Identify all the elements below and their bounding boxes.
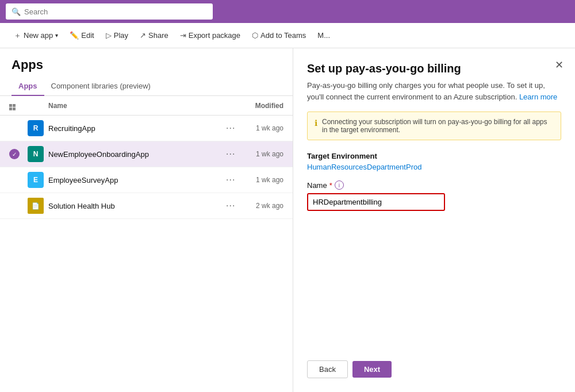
back-button[interactable]: Back <box>307 360 348 378</box>
tab-apps[interactable]: Apps <box>12 77 44 96</box>
tabs-bar: Apps Component libraries (preview) <box>0 77 293 96</box>
app-menu-button[interactable]: ··· <box>223 122 239 134</box>
name-input-label: Name * i <box>307 180 561 190</box>
teams-icon: ⬡ <box>252 31 258 40</box>
page-title: Apps <box>0 48 293 77</box>
name-field-group: Name * i <box>307 180 561 211</box>
target-env-value: HumanResourcesDepartmentProd <box>307 163 561 171</box>
panel-title: Set up pay-as-you-go billing <box>307 62 561 75</box>
app-modified-survey: 1 wk ago <box>243 176 283 184</box>
app-menu-button[interactable]: ··· <box>223 148 239 160</box>
app-name-survey: EmployeeSurveyApp <box>48 176 223 185</box>
learn-more-link[interactable]: Learn more <box>519 93 557 101</box>
target-env-label: Target Environment <box>307 152 561 160</box>
new-app-button[interactable]: ＋ New app ▾ <box>9 28 63 43</box>
panel-description: Pay-as-you-go billing only charges you f… <box>307 80 561 102</box>
selected-check-icon: ✓ <box>9 149 20 159</box>
search-icon: 🔍 <box>12 7 21 16</box>
chevron-down-icon: ▾ <box>55 32 58 39</box>
search-input[interactable] <box>24 7 207 16</box>
search-box[interactable]: 🔍 <box>6 3 213 20</box>
info-icon[interactable]: i <box>335 180 344 190</box>
tab-component-libraries[interactable]: Component libraries (preview) <box>44 77 158 96</box>
warning-icon: ℹ <box>315 118 317 128</box>
add-to-teams-button[interactable]: ⬡ Add to Teams <box>247 29 310 42</box>
edit-icon: ✏️ <box>70 31 79 40</box>
table-row[interactable]: ✓ N NewEmployeeOnboardingApp ··· 1 wk ag… <box>0 141 293 167</box>
app-menu-button[interactable]: ··· <box>223 199 239 212</box>
close-button[interactable]: ✕ <box>555 60 564 70</box>
app-menu-button[interactable]: ··· <box>223 174 239 186</box>
name-input[interactable] <box>307 193 445 211</box>
play-button[interactable]: ▷ Play <box>101 29 133 42</box>
table-row[interactable]: 📄 Solution Health Hub ··· 2 wk ago <box>0 193 293 219</box>
export-package-button[interactable]: ⇥ Export package <box>175 29 245 42</box>
share-icon: ↗ <box>140 31 146 40</box>
app-name-health: Solution Health Hub <box>48 202 223 210</box>
app-modified-newemployee: 1 wk ago <box>243 150 283 158</box>
left-panel: Apps Apps Component libraries (preview) … <box>0 48 293 392</box>
app-modified-health: 2 wk ago <box>243 202 283 210</box>
header-modified: Modified <box>237 102 283 110</box>
header-name: Name <box>48 102 217 110</box>
required-star: * <box>329 181 332 190</box>
more-button[interactable]: M... <box>313 29 335 42</box>
edit-button[interactable]: ✏️ Edit <box>65 29 98 42</box>
header-check <box>9 101 28 110</box>
warning-text: Connecting your subscription will turn o… <box>322 118 554 134</box>
apps-table: Name Modified R RecruitingApp ··· 1 wk a… <box>0 96 293 219</box>
target-env-group: Target Environment HumanResourcesDepartm… <box>307 152 561 171</box>
app-icon-recruiting: R <box>28 120 44 136</box>
toolbar: ＋ New app ▾ ✏️ Edit ▷ Play ↗ Share ⇥ Exp… <box>0 23 575 48</box>
warning-banner: ℹ Connecting your subscription will turn… <box>307 112 561 140</box>
app-icon-health: 📄 <box>28 198 44 214</box>
share-button[interactable]: ↗ Share <box>135 29 173 42</box>
main-layout: Apps Apps Component libraries (preview) … <box>0 48 575 392</box>
app-icon-newemployee: N <box>28 146 44 162</box>
app-name-newemployee: NewEmployeeOnboardingApp <box>48 150 223 159</box>
right-panel: ✕ Set up pay-as-you-go billing Pay-as-yo… <box>293 48 575 392</box>
panel-footer: Back Next <box>307 347 561 378</box>
table-row[interactable]: R RecruitingApp ··· 1 wk ago <box>0 116 293 141</box>
app-name-recruiting: RecruitingApp <box>48 124 223 133</box>
play-icon: ▷ <box>106 31 112 40</box>
table-row[interactable]: E EmployeeSurveyApp ··· 1 wk ago <box>0 167 293 193</box>
app-icon-survey: E <box>28 172 44 188</box>
table-header: Name Modified <box>0 96 293 116</box>
plus-icon: ＋ <box>14 30 21 41</box>
top-bar: 🔍 <box>0 0 575 23</box>
next-button[interactable]: Next <box>352 361 392 378</box>
app-modified-recruiting: 1 wk ago <box>243 124 283 132</box>
export-icon: ⇥ <box>180 31 186 40</box>
